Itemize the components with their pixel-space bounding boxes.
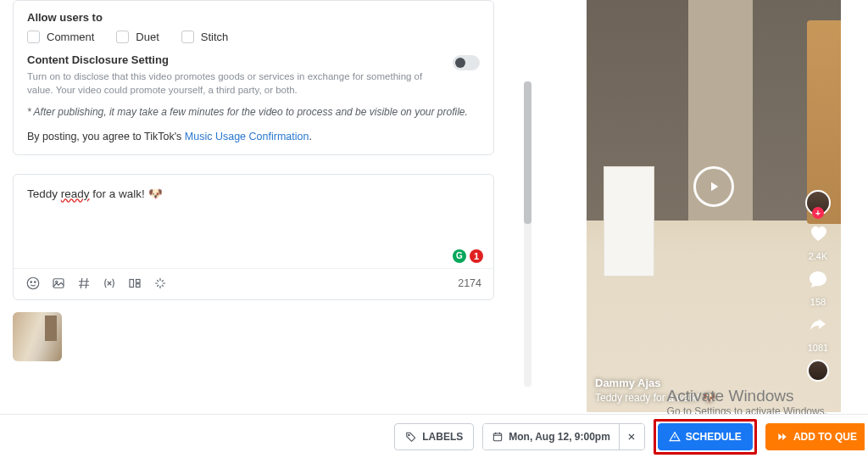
fast-forward-icon	[776, 431, 788, 443]
svg-point-2	[35, 281, 36, 282]
layout-icon[interactable]	[127, 276, 142, 291]
play-icon[interactable]	[693, 166, 734, 207]
allow-stitch-option[interactable]: Stitch	[181, 31, 229, 43]
share-icon[interactable]	[807, 314, 829, 336]
variable-icon[interactable]	[102, 276, 117, 291]
schedule-highlight: SCHEDULE	[654, 419, 757, 455]
windows-activation-watermark: Activate Windows Go to Settings to activ…	[667, 387, 827, 417]
caption-composer: Teddy ready for a walk! 🐶 G 1 2174	[13, 174, 494, 300]
allow-users-title: Allow users to	[27, 11, 480, 24]
emoji-icon[interactable]	[25, 276, 41, 291]
svg-point-1	[31, 281, 32, 282]
svg-point-0	[27, 277, 39, 289]
comment-icon[interactable]	[807, 268, 829, 290]
checkbox-icon	[116, 31, 129, 43]
svg-point-8	[409, 434, 410, 436]
settings-card: Allow users to Comment Duet Stitch Conte…	[13, 0, 494, 155]
disclosure-toggle[interactable]	[453, 55, 480, 70]
caption-input[interactable]: Teddy ready for a walk! 🐶 G 1	[14, 175, 493, 268]
disclosure-description: Turn on to disclose that this video prom…	[27, 70, 444, 97]
grammarly-suggestion-count[interactable]: 1	[470, 249, 483, 263]
share-count: 1081	[808, 343, 828, 353]
tag-icon	[405, 431, 417, 443]
grammarly-badges: G 1	[453, 249, 483, 263]
tiktok-preview: + 2.4K 158 1081 Dammy Ajas Teddy ready f…	[587, 0, 841, 412]
add-to-queue-button[interactable]: ADD TO QUE	[765, 423, 865, 450]
follow-plus-icon: +	[812, 207, 824, 219]
allow-options-row: Comment Duet Stitch	[27, 31, 480, 43]
allow-comment-option[interactable]: Comment	[27, 31, 94, 43]
sound-avatar[interactable]	[807, 360, 829, 382]
hashtag-icon[interactable]	[76, 276, 92, 291]
calendar-icon	[492, 431, 504, 443]
like-count: 2.4K	[809, 251, 828, 261]
like-icon[interactable]	[807, 222, 829, 244]
disclosure-title: Content Disclosure Setting	[27, 53, 444, 66]
scrollbar[interactable]	[524, 81, 531, 387]
checkbox-icon	[181, 31, 194, 43]
svg-rect-9	[494, 433, 502, 440]
svg-rect-6	[136, 279, 141, 282]
media-icon[interactable]	[51, 276, 66, 291]
grammarly-icon[interactable]: G	[453, 249, 466, 263]
agreement-text: By posting, you agree to TikTok's Music …	[27, 131, 480, 142]
clear-datetime-button[interactable]	[619, 424, 644, 450]
schedule-datetime-button[interactable]: Mon, Aug 12, 9:00pm	[483, 424, 619, 450]
warning-icon	[669, 431, 681, 443]
allow-duet-option[interactable]: Duet	[116, 31, 159, 43]
labels-button[interactable]: LABELS	[394, 423, 474, 450]
processing-note: * After publishing, it may take a few mi…	[27, 105, 480, 120]
footer-actions: LABELS Mon, Aug 12, 9:00pm SCHEDULE ADD …	[0, 414, 868, 458]
svg-rect-7	[136, 283, 141, 287]
character-count: 2174	[458, 277, 481, 289]
comment-count: 158	[810, 297, 826, 307]
checkbox-icon	[27, 31, 40, 43]
music-usage-link[interactable]: Music Usage Confirmation	[185, 131, 309, 142]
profile-avatar[interactable]: +	[805, 190, 831, 215]
svg-rect-5	[130, 279, 134, 287]
schedule-button[interactable]: SCHEDULE	[658, 423, 753, 450]
media-thumbnail[interactable]	[13, 312, 62, 361]
ai-sparkle-icon[interactable]	[153, 276, 168, 291]
